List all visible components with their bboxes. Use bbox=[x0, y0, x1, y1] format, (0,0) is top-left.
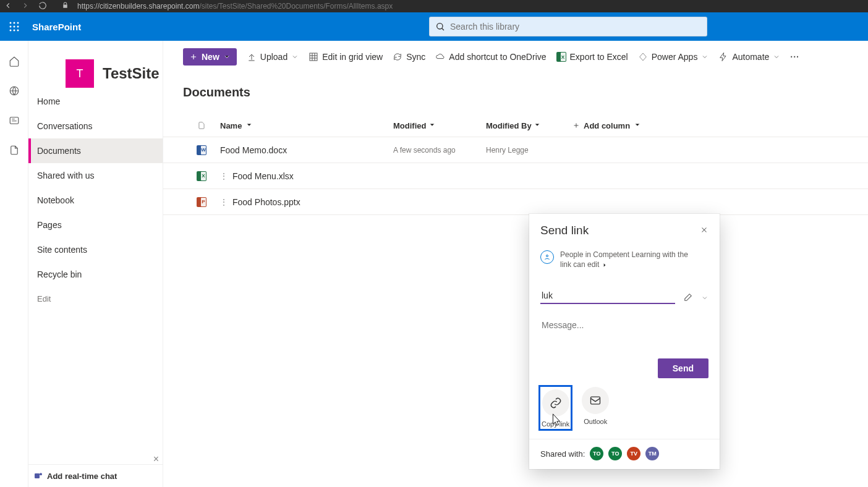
export-excel-button[interactable]: Export to Excel bbox=[556, 52, 628, 62]
sidebar-item-conversations[interactable]: Conversations bbox=[28, 114, 163, 138]
file-list: Name Modified Modified By Add column bbox=[163, 114, 868, 215]
file-name[interactable]: Food Memo.docx bbox=[220, 145, 393, 155]
chevron-down-icon[interactable] bbox=[701, 293, 708, 304]
chevron-down-icon bbox=[291, 53, 299, 61]
people-icon bbox=[540, 250, 554, 264]
news-icon[interactable] bbox=[9, 115, 20, 129]
send-link-dialog: Send link People in Competent Learning w… bbox=[529, 214, 720, 469]
app-launcher-icon[interactable] bbox=[0, 12, 28, 41]
close-dialog-button[interactable] bbox=[700, 226, 708, 236]
add-shortcut-button[interactable]: Add shortcut to OneDrive bbox=[435, 52, 546, 62]
chevron-down-icon bbox=[428, 121, 436, 129]
sync-button[interactable]: Sync bbox=[393, 52, 425, 62]
modifiedby-column[interactable]: Modified By bbox=[486, 121, 572, 130]
url-text[interactable]: https://citizenbuilders.sharepoint.com/s… bbox=[77, 2, 393, 11]
search-box[interactable] bbox=[429, 17, 707, 36]
main-content: New Upload Edit in grid view Sync Add sh… bbox=[163, 41, 868, 487]
pencil-icon[interactable] bbox=[684, 293, 692, 304]
chevron-down-icon bbox=[534, 121, 541, 129]
close-icon[interactable]: × bbox=[153, 454, 159, 465]
link-icon bbox=[550, 397, 562, 409]
sidebar-item-documents[interactable]: Documents bbox=[28, 138, 163, 163]
dialog-title: Send link bbox=[540, 224, 589, 237]
sidebar-item-recycle[interactable]: Recycle bin bbox=[28, 262, 163, 287]
avatar[interactable]: TM bbox=[645, 447, 659, 460]
svg-point-7 bbox=[14, 30, 15, 32]
sidebar-item-contents[interactable]: Site contents bbox=[28, 237, 163, 262]
add-column-button[interactable]: Add column bbox=[572, 121, 641, 130]
sidebar-item-pages[interactable]: Pages bbox=[28, 213, 163, 237]
library-title: Documents bbox=[163, 68, 868, 100]
svg-rect-14 bbox=[310, 53, 317, 61]
sidebar-item-shared[interactable]: Shared with us bbox=[28, 163, 163, 188]
brand-name[interactable]: SharePoint bbox=[32, 22, 81, 32]
modified-column[interactable]: Modified bbox=[393, 121, 486, 130]
svg-point-1 bbox=[14, 22, 15, 24]
recipient-input[interactable] bbox=[540, 288, 675, 304]
avatar[interactable]: TO bbox=[590, 447, 603, 460]
automate-icon bbox=[718, 52, 728, 62]
grid-icon bbox=[308, 52, 318, 62]
sidebar-item-notebook[interactable]: Notebook bbox=[28, 188, 163, 213]
file-name[interactable]: ⋮Food Menu.xlsx bbox=[220, 171, 393, 181]
file-name[interactable]: ⋮Food Photos.pptx bbox=[220, 197, 393, 207]
link-scope-button[interactable]: People in Competent Learning with the li… bbox=[540, 250, 708, 269]
shared-with-label: Shared with: bbox=[540, 449, 585, 459]
svg-rect-16 bbox=[591, 397, 600, 405]
files-icon[interactable] bbox=[9, 145, 20, 158]
svg-point-5 bbox=[17, 26, 19, 28]
upload-icon bbox=[247, 52, 257, 62]
sidebar-edit-link[interactable]: Edit bbox=[28, 287, 163, 311]
chevron-down-icon bbox=[701, 53, 708, 61]
site-sidebar: T TestSite Home Conversations Documents … bbox=[28, 41, 163, 487]
avatar[interactable]: TV bbox=[627, 447, 640, 460]
table-row[interactable]: ⋮Food Photos.pptx bbox=[163, 189, 868, 215]
globe-icon[interactable] bbox=[9, 85, 20, 99]
home-icon[interactable] bbox=[9, 56, 20, 69]
outlook-icon bbox=[589, 394, 602, 407]
automate-button[interactable]: Automate bbox=[718, 52, 780, 62]
send-button[interactable]: Send bbox=[658, 358, 708, 378]
outlook-button[interactable]: Outlook bbox=[582, 387, 609, 429]
svg-rect-11 bbox=[10, 117, 19, 124]
powerapps-button[interactable]: Power Apps bbox=[638, 52, 709, 62]
browser-address-bar: https://citizenbuilders.sharepoint.com/s… bbox=[0, 0, 868, 12]
onedrive-icon bbox=[435, 52, 445, 62]
search-input[interactable] bbox=[450, 22, 701, 32]
rtc-label: Add real-time chat bbox=[47, 472, 117, 481]
chevron-right-icon bbox=[602, 262, 608, 268]
avatar[interactable]: TO bbox=[608, 447, 622, 460]
excel-icon bbox=[556, 52, 566, 62]
refresh-icon[interactable] bbox=[38, 1, 47, 12]
site-logo[interactable]: T bbox=[66, 59, 94, 88]
svg-point-0 bbox=[10, 22, 12, 24]
plus-icon bbox=[572, 122, 580, 129]
powerpoint-icon bbox=[197, 197, 206, 207]
powerapps-icon bbox=[638, 52, 648, 62]
app-rail bbox=[0, 41, 28, 487]
upload-button[interactable]: Upload bbox=[247, 52, 299, 62]
forward-icon[interactable] bbox=[21, 1, 30, 12]
realtime-chat-promo[interactable]: × Add real-time chat bbox=[28, 464, 163, 487]
edit-grid-button[interactable]: Edit in grid view bbox=[308, 52, 383, 62]
svg-point-6 bbox=[10, 30, 12, 32]
name-column[interactable]: Name bbox=[220, 121, 393, 130]
copy-link-button[interactable]: Copy link bbox=[540, 387, 571, 429]
message-input[interactable] bbox=[540, 318, 708, 354]
file-type-column[interactable] bbox=[183, 121, 220, 130]
new-button[interactable]: New bbox=[183, 48, 237, 66]
command-bar: New Upload Edit in grid view Sync Add sh… bbox=[163, 41, 868, 68]
word-icon bbox=[197, 145, 206, 155]
table-row[interactable]: ⋮Food Menu.xlsx bbox=[163, 163, 868, 189]
svg-point-4 bbox=[14, 26, 15, 28]
svg-point-2 bbox=[17, 22, 19, 24]
back-icon[interactable] bbox=[4, 1, 12, 12]
more-button[interactable]: ··· bbox=[790, 52, 799, 62]
file-modified: A few seconds ago bbox=[393, 146, 486, 155]
chevron-down-icon bbox=[223, 53, 231, 61]
sharepoint-header: SharePoint bbox=[0, 12, 868, 41]
excel-icon bbox=[197, 171, 206, 181]
table-row[interactable]: Food Memo.docx A few seconds ago Henry L… bbox=[163, 137, 868, 163]
close-icon bbox=[700, 226, 708, 234]
svg-rect-12 bbox=[35, 473, 40, 478]
